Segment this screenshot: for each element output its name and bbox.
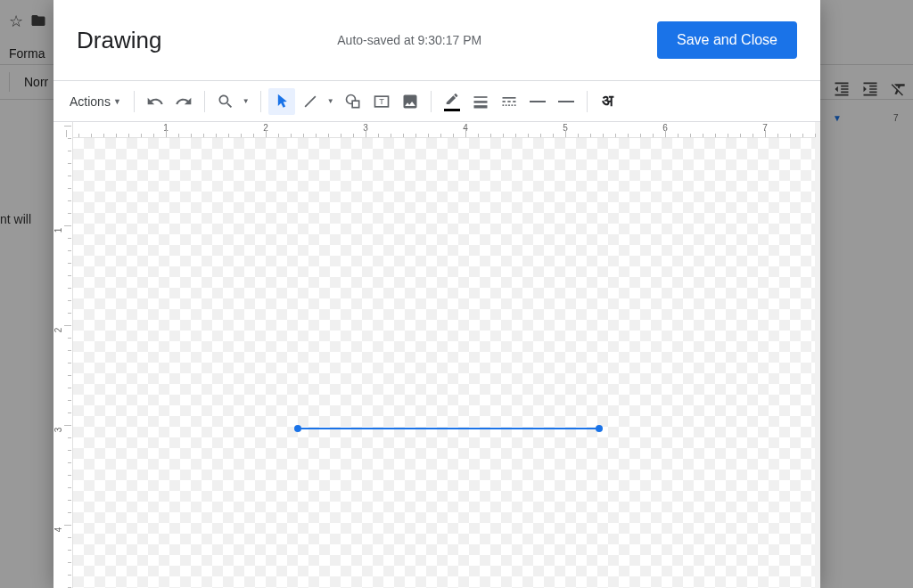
line-endpoint-start[interactable] [294, 425, 301, 432]
drawn-line[interactable] [298, 428, 599, 429]
indent-increase-icon [861, 80, 879, 101]
canvas-area: 1 2 3 4 1 2 3 4 5 6 7 [53, 121, 820, 588]
svg-rect-13 [508, 104, 510, 106]
vertical-ruler[interactable]: 1 2 3 4 [53, 122, 73, 588]
line-dropdown[interactable]: ▼ [325, 97, 338, 105]
v-ruler-2: 2 [53, 328, 63, 333]
background-text: nt will [0, 212, 31, 226]
line-start-button[interactable] [524, 88, 551, 115]
ruler-tick-7: 7 [893, 113, 899, 123]
zoom-dropdown[interactable]: ▼ [241, 97, 253, 105]
border-dash-button[interactable] [496, 88, 522, 115]
select-tool[interactable] [268, 88, 295, 115]
actions-label: Actions [70, 94, 111, 109]
ruler-marker-icon: ▼ [833, 113, 842, 123]
svg-rect-14 [511, 104, 513, 106]
star-icon: ☆ [9, 12, 23, 31]
drawing-dialog: Drawing Auto-saved at 9:30:17 PM Save an… [53, 0, 820, 588]
svg-rect-5 [473, 101, 487, 103]
svg-text:T: T [379, 97, 384, 106]
shape-tool[interactable] [340, 88, 366, 115]
svg-rect-6 [473, 105, 487, 108]
v-ruler-4: 4 [53, 527, 63, 533]
dialog-header: Drawing Auto-saved at 9:30:17 PM Save an… [53, 0, 820, 80]
undo-button[interactable] [142, 88, 169, 115]
line-endpoint-end[interactable] [596, 425, 603, 432]
v-ruler-3: 3 [53, 428, 63, 433]
scrollbar[interactable] [815, 122, 820, 588]
svg-rect-4 [473, 96, 487, 98]
clear-format-icon [890, 80, 908, 101]
line-tool[interactable] [297, 88, 324, 115]
drawing-toolbar: Actions ▼ ▼ ▼ T [53, 80, 820, 121]
svg-rect-10 [513, 101, 515, 102]
separator [431, 91, 432, 112]
svg-rect-15 [514, 104, 516, 106]
autosave-status: Auto-saved at 9:30:17 PM [337, 33, 481, 47]
dialog-title: Drawing [77, 27, 161, 54]
border-color-button[interactable] [439, 88, 465, 115]
v-ruler-1: 1 [53, 228, 63, 233]
border-weight-button[interactable] [467, 88, 494, 115]
line-end-button[interactable] [553, 88, 580, 115]
save-and-close-button[interactable]: Save and Close [657, 21, 797, 59]
svg-rect-7 [502, 97, 515, 99]
script-format-button[interactable]: अ [595, 88, 621, 115]
image-tool[interactable] [397, 88, 424, 115]
chevron-down-icon: ▼ [113, 97, 121, 106]
svg-rect-1 [352, 101, 359, 108]
separator [134, 91, 135, 112]
separator [204, 91, 205, 112]
redo-button[interactable] [170, 88, 197, 115]
move-icon [30, 12, 46, 31]
svg-rect-12 [506, 104, 507, 106]
textbox-tool[interactable]: T [368, 88, 395, 115]
separator [587, 91, 588, 112]
separator [260, 91, 261, 112]
zoom-button[interactable] [212, 88, 239, 115]
actions-menu[interactable]: Actions ▼ [64, 91, 127, 112]
indent-decrease-icon [833, 80, 851, 101]
horizontal-ruler[interactable]: 1 2 3 4 5 6 7 [73, 122, 815, 138]
style-dropdown: Norr [17, 71, 55, 93]
svg-rect-9 [507, 101, 510, 102]
svg-rect-11 [502, 104, 504, 106]
drawing-canvas[interactable] [73, 138, 815, 588]
svg-rect-8 [502, 101, 505, 102]
